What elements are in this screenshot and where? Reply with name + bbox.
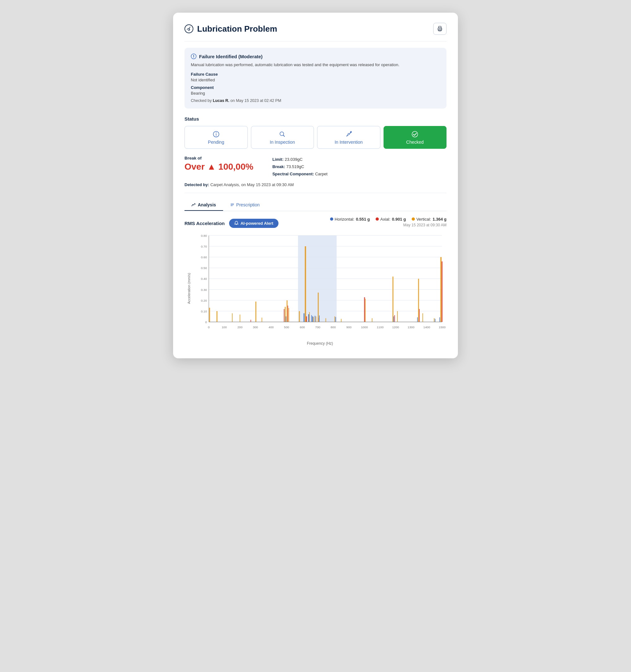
svg-rect-69 (288, 308, 289, 322)
svg-rect-57 (209, 308, 210, 322)
analysis-tab-icon (191, 202, 196, 207)
component-value: Bearing (191, 91, 205, 96)
checked-by-prefix: Checked by (191, 98, 213, 103)
svg-text:0.20: 0.20 (201, 298, 207, 302)
ai-alert-label: AI-powered Alert (241, 221, 273, 226)
svg-text:1500: 1500 (439, 325, 445, 329)
svg-point-10 (216, 134, 216, 135)
axial-label: Axial: (380, 217, 390, 221)
svg-text:200: 200 (237, 325, 243, 329)
svg-rect-68 (288, 306, 288, 322)
break-value-text: 73.519gC (286, 164, 304, 169)
svg-text:600: 600 (300, 325, 305, 329)
svg-rect-65 (286, 316, 286, 322)
svg-rect-77 (312, 316, 313, 322)
svg-rect-83 (318, 292, 319, 322)
failure-cause-row: Failure Cause Not identified (191, 71, 440, 82)
svg-text:400: 400 (269, 325, 274, 329)
svg-line-14 (283, 135, 285, 137)
svg-rect-92 (393, 316, 394, 322)
svg-text:100: 100 (221, 325, 227, 329)
detected-label: Detected by: (185, 182, 209, 187)
svg-text:300: 300 (253, 325, 258, 329)
header-left: Lubrication Problem (185, 24, 277, 34)
status-pending-button[interactable]: Pending (185, 126, 248, 149)
svg-rect-59 (232, 313, 233, 321)
svg-rect-102 (434, 318, 435, 322)
break-over-text: Over ▲ 100,00% (185, 162, 253, 172)
detected-value: Carpet Analysis, on May 15 2023 at 09:30… (211, 182, 294, 187)
svg-rect-84 (325, 318, 326, 322)
legend-axial: Axial: 0.901 g (375, 217, 406, 221)
tab-analysis-label: Analysis (198, 202, 216, 207)
ai-alert-button[interactable]: AI-powered Alert (229, 219, 278, 228)
chart-title: RMS Acceleration (185, 221, 225, 226)
print-icon (437, 26, 443, 32)
detected-by: Detected by: Carpet Analysis, on May 15 … (185, 182, 446, 187)
checked-label: Checked (406, 140, 424, 145)
alert-title: Failure Identified (Moderate) (199, 54, 263, 59)
svg-rect-60 (240, 314, 240, 321)
svg-rect-90 (372, 318, 372, 322)
svg-rect-93 (394, 315, 395, 321)
vertical-dot (412, 217, 415, 221)
legend-row: Horizontal: 0.551 g Axial: 0.901 g Verti… (330, 217, 446, 221)
page-header: Lubrication Problem (185, 23, 446, 35)
checked-by-text: Checked by Lucas R. on May 15 2023 at 02… (191, 98, 440, 103)
break-left: Break of Over ▲ 100,00% (185, 156, 253, 178)
status-intervention-button[interactable]: In Intervention (317, 126, 380, 149)
axial-dot (375, 217, 379, 221)
component-label: Component (191, 85, 214, 90)
status-checked-button[interactable]: Checked (384, 126, 447, 149)
chart-svg: 0.80 0.70 0.60 0.50 0.40 0.30 0.20 0.10 … (193, 231, 446, 339)
checked-on: on May 15 2023 at 02:42 PM (229, 98, 281, 103)
print-button[interactable] (433, 23, 446, 35)
svg-rect-91 (392, 276, 393, 321)
legend-vertical: Vertical: 1.364 g (412, 217, 446, 221)
svg-rect-87 (341, 319, 341, 322)
status-title: Status (185, 116, 446, 122)
checked-icon (411, 131, 418, 138)
tabs-row: Analysis Prescription (185, 199, 446, 211)
spectral-value: Carpet (315, 172, 327, 176)
svg-rect-97 (417, 317, 418, 322)
svg-rect-78 (313, 317, 314, 322)
svg-text:0.10: 0.10 (201, 310, 207, 313)
pending-icon (213, 131, 220, 138)
svg-text:0.30: 0.30 (201, 288, 207, 291)
tab-prescription[interactable]: Prescription (223, 199, 267, 211)
svg-rect-88 (364, 297, 365, 322)
alert-icon (191, 53, 196, 59)
lubrication-icon (185, 24, 193, 33)
svg-rect-89 (365, 299, 365, 322)
failure-cause-label: Failure Cause (191, 72, 218, 77)
vertical-label: Vertical: (416, 217, 431, 221)
svg-point-17 (412, 131, 418, 137)
tab-analysis[interactable]: Analysis (185, 199, 223, 211)
svg-rect-72 (304, 313, 305, 321)
svg-rect-96 (419, 309, 420, 322)
vertical-value: 1.364 g (433, 217, 446, 221)
svg-rect-86 (335, 317, 336, 322)
svg-rect-66 (284, 309, 285, 322)
svg-text:900: 900 (346, 325, 352, 329)
x-axis-label: Frequency (Hz) (193, 341, 446, 346)
svg-line-15 (349, 132, 351, 134)
svg-rect-103 (435, 319, 435, 322)
y-axis-label: Acceleration (mm/s) (185, 231, 193, 346)
status-inspection-button[interactable]: In Inspection (251, 126, 314, 149)
prescription-tab-icon (230, 202, 235, 207)
svg-text:700: 700 (315, 325, 320, 329)
svg-text:1000: 1000 (361, 325, 368, 329)
svg-point-0 (185, 25, 193, 33)
tab-prescription-label: Prescription (236, 202, 260, 207)
svg-rect-80 (316, 316, 316, 322)
svg-text:0.60: 0.60 (201, 256, 207, 259)
svg-rect-79 (315, 316, 315, 322)
inspection-label: In Inspection (270, 140, 295, 145)
checked-user: Lucas R. (213, 98, 229, 103)
horizontal-label: Horizontal: (335, 217, 355, 221)
break-divider (185, 193, 446, 193)
svg-point-1 (188, 29, 190, 31)
alert-box: Failure Identified (Moderate) Manual lub… (185, 48, 446, 109)
